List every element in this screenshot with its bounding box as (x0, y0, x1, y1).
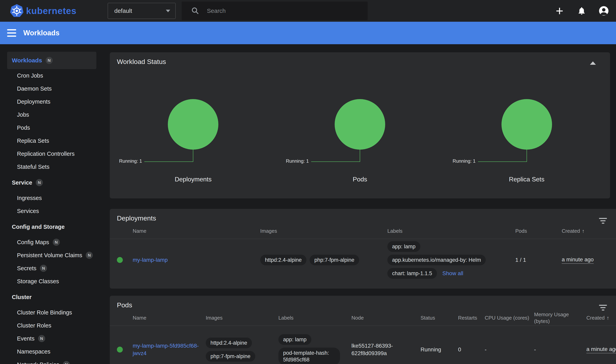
sidebar-item-cluster-roles[interactable]: Cluster Roles (0, 319, 103, 332)
sidebar-item-services[interactable]: Services (0, 205, 103, 218)
namespace-value: default (114, 8, 132, 14)
pods-title: Pods (117, 301, 132, 309)
sidebar-group-cluster: Cluster (0, 291, 103, 304)
column-status (110, 223, 133, 239)
callout-line (360, 150, 360, 162)
deployments-table-header: Name Images Labels Pods Created ↑ (110, 223, 616, 239)
restarts-value: 0 (458, 346, 461, 353)
workload-status-title: Workload Status (117, 58, 166, 65)
workload-status-card: Workload Status Running: 1 Deployments R… (110, 52, 610, 198)
label-chip: pod-template-hash: 5fd985cf68 (278, 348, 340, 364)
create-button[interactable]: + (554, 5, 565, 16)
collapse-icon[interactable] (590, 61, 596, 65)
filter-icon[interactable] (599, 217, 607, 225)
sidebar-item-replication-controllers[interactable]: Replication Controllers (0, 147, 103, 160)
new-badge: N (63, 361, 70, 364)
pod-name-link[interactable]: my-lamp-lamp-5fd985cf68-jwvz4 (133, 342, 206, 357)
new-badge: N (53, 239, 60, 246)
sidebar-item-cluster-role-bindings[interactable]: Cluster Role Bindings (0, 306, 103, 319)
column-pods: Pods (515, 223, 562, 239)
sidebar-item-service[interactable]: Service N (0, 176, 103, 189)
notifications-button[interactable] (576, 5, 587, 16)
column-name[interactable]: Name (133, 310, 206, 325)
new-badge: N (40, 265, 47, 272)
deployments-card: Deployments Name Images Labels Pods Crea… (110, 209, 616, 289)
callout-line (144, 161, 193, 162)
callout-line (478, 161, 527, 162)
namespace-selector[interactable]: default (108, 3, 176, 19)
node-value: lke55127-86393-622f8d09399a (352, 342, 420, 357)
pods-card: Pods Name Images Labels Node Status Rest… (110, 296, 616, 364)
sidebar-item-workloads[interactable]: Workloads N (7, 52, 96, 69)
pie-callout-label: Running: 1 (286, 158, 309, 164)
sidebar-item-storage-classes[interactable]: Storage Classes (0, 275, 103, 288)
status-ok-icon (117, 257, 123, 263)
pie-chart-pods: Running: 1 Pods (277, 99, 444, 186)
sidebar-item-events[interactable]: Events N (0, 332, 103, 345)
created-value: a minute ago (562, 256, 594, 264)
column-images: Images (260, 223, 387, 239)
column-cpu-usage: CPU Usage (cores) (485, 310, 534, 325)
pie-callout-label: Running: 1 (453, 158, 476, 164)
hamburger-icon (7, 29, 16, 30)
kubernetes-logo-icon[interactable] (10, 4, 23, 18)
bell-icon (577, 6, 586, 15)
sidebar-item-pods[interactable]: Pods (0, 121, 103, 134)
pie-running-segment (168, 99, 218, 150)
memory-usage-value: - (534, 346, 536, 353)
callout-line (526, 150, 527, 162)
user-menu-button[interactable] (598, 5, 609, 16)
pie-running-segment (335, 99, 385, 150)
column-status-dot (110, 310, 133, 325)
search-bar (182, 1, 368, 20)
workload-status-charts: Running: 1 Deployments Running: 1 Pods R… (110, 99, 610, 186)
sidebar-item-deployments[interactable]: Deployments (0, 95, 103, 108)
column-name[interactable]: Name (133, 223, 260, 239)
chevron-down-icon (166, 10, 170, 12)
new-badge: N (46, 57, 53, 64)
column-status: Status (420, 310, 458, 325)
sidebar-nav: Workloads N Cron Jobs Daemon Sets Deploy… (0, 44, 103, 364)
filter-icon[interactable] (599, 304, 607, 312)
column-labels: Labels (278, 310, 352, 325)
new-badge: N (38, 335, 45, 342)
label-chip: app: lamp (278, 334, 311, 345)
menu-button[interactable] (7, 29, 16, 37)
label-chip: app.kubernetes.io/managed-by: Helm (387, 255, 486, 265)
column-created[interactable]: Created ↑ (562, 223, 616, 239)
sidebar-item-replica-sets[interactable]: Replica Sets (0, 134, 103, 147)
sidebar-item-stateful-sets[interactable]: Stateful Sets (0, 160, 103, 173)
sidebar-item-network-policies[interactable]: Network Policies N (0, 358, 103, 364)
column-node: Node (352, 310, 420, 325)
pie-chart-title: Replica Sets (443, 176, 610, 183)
page-title: Workloads (23, 29, 59, 37)
sidebar-item-jobs[interactable]: Jobs (0, 108, 103, 121)
label-chip: app: lamp (387, 241, 420, 252)
brand-title[interactable]: kubernetes (26, 0, 76, 22)
sidebar-item-ingresses[interactable]: Ingresses (0, 192, 103, 205)
column-images: Images (206, 310, 278, 325)
deployment-name-link[interactable]: my-lamp-lamp (133, 256, 171, 264)
callout-line (193, 150, 193, 162)
sidebar-item-daemon-sets[interactable]: Daemon Sets (0, 82, 103, 95)
status-ok-icon (117, 347, 123, 352)
pie-running-segment (501, 99, 552, 150)
sidebar-item-persistent-volume-claims[interactable]: Persistent Volume Claims N (0, 249, 103, 262)
search-input[interactable] (207, 1, 368, 20)
sidebar-item-cron-jobs[interactable]: Cron Jobs (0, 69, 103, 82)
sidebar-item-namespaces[interactable]: Namespaces (0, 345, 103, 358)
image-chip: php:7-fpm-alpine (310, 255, 359, 265)
pie-callout-label: Running: 1 (119, 158, 142, 164)
sidebar-item-secrets[interactable]: Secrets N (0, 262, 103, 275)
show-all-link[interactable]: Show all (443, 270, 463, 276)
table-row: my-lamp-lamp-5fd985cf68-jwvz4 httpd:2.4-… (110, 325, 616, 364)
table-row: my-lamp-lamp httpd:2.4-alpine php:7-fpm-… (110, 239, 616, 281)
column-labels: Labels (387, 223, 515, 239)
sidebar-item-config-maps[interactable]: Config Maps N (0, 236, 103, 249)
pie-chart-deployments: Running: 1 Deployments (110, 99, 277, 186)
label-chip: chart: lamp-1.1.5 (387, 268, 437, 279)
column-created[interactable]: Created ↑ (586, 310, 616, 325)
column-restarts: Restarts (458, 310, 485, 325)
pie-chart-title: Deployments (110, 176, 277, 183)
pie-chart-title: Pods (277, 176, 444, 183)
